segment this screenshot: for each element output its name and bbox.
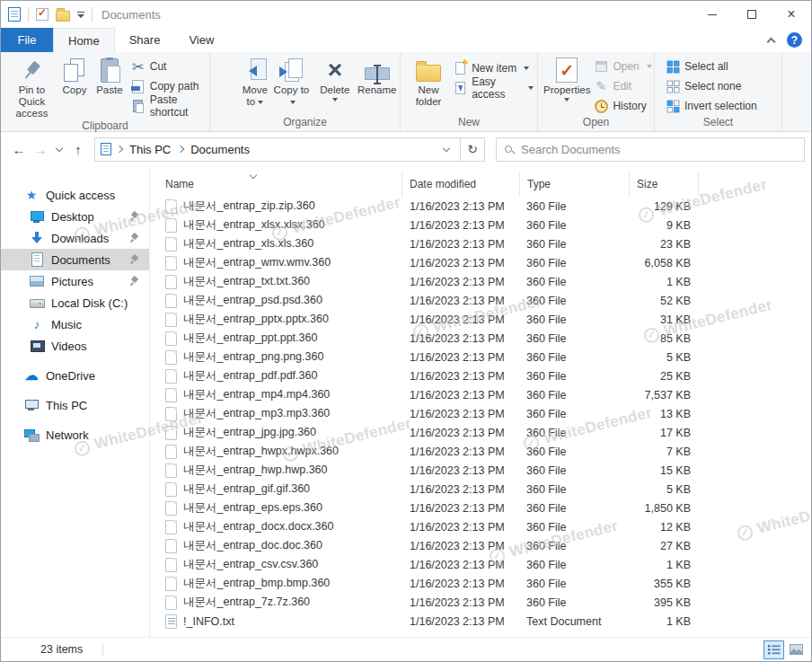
file-row[interactable]: 내문서_entrap_pptx.pptx.360 1/16/2023 2:13 …	[150, 310, 811, 329]
minimize-ribbon-icon[interactable]	[767, 38, 776, 47]
properties-button[interactable]: Properties	[543, 55, 590, 102]
move-to-button[interactable]: Move to	[237, 55, 273, 108]
invert-selection-button[interactable]: Invert selection	[662, 96, 761, 116]
file-row[interactable]: 내문서_entrap_jpg.jpg.360 1/16/2023 2:13 PM…	[150, 423, 811, 442]
thumbnail-view-button[interactable]	[786, 640, 807, 659]
delete-button[interactable]: × Delete	[315, 55, 354, 102]
tab-view[interactable]: View	[174, 28, 228, 52]
breadcrumb-item[interactable]: Documents	[172, 143, 252, 156]
sidebar-item-this-pc[interactable]: This PC	[1, 394, 149, 416]
maximize-button[interactable]	[732, 1, 772, 28]
file-type: 360 File	[520, 370, 630, 383]
pin-to-quick-access-button[interactable]: Pin to Quick access	[6, 55, 57, 119]
refresh-button[interactable]: ↻	[460, 137, 485, 162]
file-icon	[165, 369, 177, 384]
file-row[interactable]: 내문서_entrap_7z.7z.360 1/16/2023 2:13 PM 3…	[150, 593, 811, 612]
sidebar-item-documents[interactable]: Documents	[1, 249, 149, 270]
properties-quick-icon[interactable]	[36, 8, 49, 21]
sidebar-item-music[interactable]: Music	[1, 313, 149, 335]
copy-to-button[interactable]: Copy to	[273, 55, 311, 108]
paste-button[interactable]: Paste	[92, 55, 128, 96]
file-type: 360 File	[520, 464, 630, 477]
back-button[interactable]: ←	[8, 137, 30, 161]
pin-icon	[129, 212, 138, 221]
up-button[interactable]: ↑	[67, 137, 89, 161]
column-header-type[interactable]: Type	[520, 172, 630, 197]
sidebar-item-videos[interactable]: Videos	[1, 335, 149, 357]
column-header-name[interactable]: Name	[150, 172, 402, 197]
new-folder-quick-icon[interactable]	[56, 11, 70, 22]
file-row[interactable]: 내문서_entrap_xlsx.xlsx.360 1/16/2023 2:13 …	[150, 216, 811, 234]
file-row[interactable]: !_INFO.txt 1/16/2023 2:13 PM Text Docume…	[150, 612, 811, 631]
select-all-button[interactable]: Select all	[662, 57, 761, 76]
sidebar-item-local-disk-c[interactable]: Local Disk (C:)	[1, 292, 149, 313]
file-list: 내문서_entrap_zip.zip.360 1/16/2023 2:13 PM…	[150, 197, 811, 631]
search-input[interactable]	[519, 142, 771, 157]
dropdown-caret-icon	[332, 98, 338, 102]
file-size: 355 KB	[630, 578, 699, 590]
file-row[interactable]: 내문서_entrap_csv.csv.360 1/16/2023 2:13 PM…	[150, 555, 811, 574]
file-name: 내문서_entrap_eps.eps.360	[183, 500, 322, 516]
column-header-date-modified[interactable]: Date modified	[402, 172, 520, 197]
customize-toolbar-icon[interactable]	[77, 12, 84, 18]
tab-file[interactable]: File	[1, 28, 53, 52]
cut-button[interactable]: ✂ Cut	[128, 57, 209, 76]
file-row[interactable]: 내문서_entrap_png.png.360 1/16/2023 2:13 PM…	[150, 348, 811, 366]
help-icon[interactable]: ?	[787, 32, 802, 48]
sidebar-item-downloads[interactable]: Downloads	[1, 227, 149, 249]
forward-button[interactable]: →	[30, 137, 51, 161]
file-row[interactable]: 내문서_entrap_gif.gif.360 1/16/2023 2:13 PM…	[150, 480, 811, 499]
file-size: 6,058 KB	[630, 257, 699, 269]
file-row[interactable]: 내문서_entrap_ppt.ppt.360 1/16/2023 2:13 PM…	[150, 329, 811, 348]
details-view-button[interactable]	[763, 640, 784, 659]
file-row[interactable]: 내문서_entrap_psd.psd.360 1/16/2023 2:13 PM…	[150, 291, 811, 310]
file-icon	[165, 294, 177, 308]
file-row[interactable]: 내문서_entrap_mp4.mp4.360 1/16/2023 2:13 PM…	[150, 385, 811, 404]
file-row[interactable]: 내문서_entrap_txt.txt.360 1/16/2023 2:13 PM…	[150, 272, 811, 291]
sidebar-item-pictures[interactable]: Pictures	[1, 270, 149, 292]
minimize-button[interactable]	[693, 1, 732, 28]
address-bar[interactable]: This PCDocuments	[94, 137, 461, 162]
file-row[interactable]: 내문서_entrap_zip.zip.360 1/16/2023 2:13 PM…	[150, 197, 811, 216]
rename-button[interactable]: Rename	[354, 55, 400, 96]
easy-access-button[interactable]: Easy access	[449, 78, 537, 98]
file-row[interactable]: 내문서_entrap_doc.doc.360 1/16/2023 2:13 PM…	[150, 536, 811, 555]
group-label-select: Select	[655, 116, 781, 131]
breadcrumb-item[interactable]: This PC	[111, 143, 172, 156]
file-type: 360 File	[520, 257, 630, 269]
close-button[interactable]: ×	[772, 1, 811, 28]
file-row[interactable]: 내문서_entrap_xls.xls.360 1/16/2023 2:13 PM…	[150, 234, 811, 253]
file-date-modified: 1/16/2023 2:13 PM	[402, 238, 520, 251]
file-row[interactable]: 내문서_entrap_mp3.mp3.360 1/16/2023 2:13 PM…	[150, 404, 811, 423]
recent-locations-button[interactable]	[51, 137, 67, 161]
file-row[interactable]: 내문서_entrap_pdf.pdf.360 1/16/2023 2:13 PM…	[150, 366, 811, 385]
copy-button[interactable]: Copy	[57, 55, 92, 96]
new-folder-button[interactable]: New folder	[408, 55, 449, 108]
file-name: 내문서_entrap_ppt.ppt.360	[183, 331, 317, 346]
paste-shortcut-button[interactable]: Paste shortcut	[128, 96, 209, 116]
file-row[interactable]: 내문서_entrap_docx.docx.360 1/16/2023 2:13 …	[150, 517, 811, 536]
sidebar-item-network[interactable]: Network	[1, 424, 149, 446]
file-icon	[165, 482, 177, 497]
sidebar-item-onedrive[interactable]: OneDrive	[1, 365, 149, 386]
sidebar-item-desktop[interactable]: Desktop	[1, 206, 149, 227]
address-dropdown-icon[interactable]	[443, 144, 450, 151]
pin-icon	[129, 234, 138, 243]
file-row[interactable]: 내문서_entrap_wmv.wmv.360 1/16/2023 2:13 PM…	[150, 253, 811, 272]
file-name: 내문서_entrap_psd.psd.360	[183, 293, 322, 308]
tab-home[interactable]: Home	[53, 28, 115, 52]
ribbon-group-new: New folder New item Easy access New	[401, 52, 538, 131]
column-header-size[interactable]: Size	[630, 172, 699, 197]
dropdown-caret-icon	[524, 66, 529, 70]
file-row[interactable]: 내문서_entrap_hwp.hwp.360 1/16/2023 2:13 PM…	[150, 461, 811, 480]
history-button[interactable]: History	[590, 96, 655, 116]
sidebar-item-quick-access[interactable]: Quick access	[1, 184, 149, 206]
file-row[interactable]: 내문서_entrap_bmp.bmp.360 1/16/2023 2:13 PM…	[150, 574, 811, 593]
select-none-button[interactable]: Select none	[662, 76, 761, 96]
open-icon	[594, 59, 608, 74]
open-button: Open	[590, 57, 655, 76]
tab-share[interactable]: Share	[115, 28, 175, 52]
file-row[interactable]: 내문서_entrap_eps.eps.360 1/16/2023 2:13 PM…	[150, 499, 811, 517]
file-row[interactable]: 내문서_entrap_hwpx.hwpx.360 1/16/2023 2:13 …	[150, 442, 811, 461]
file-size: 27 KB	[630, 540, 699, 552]
